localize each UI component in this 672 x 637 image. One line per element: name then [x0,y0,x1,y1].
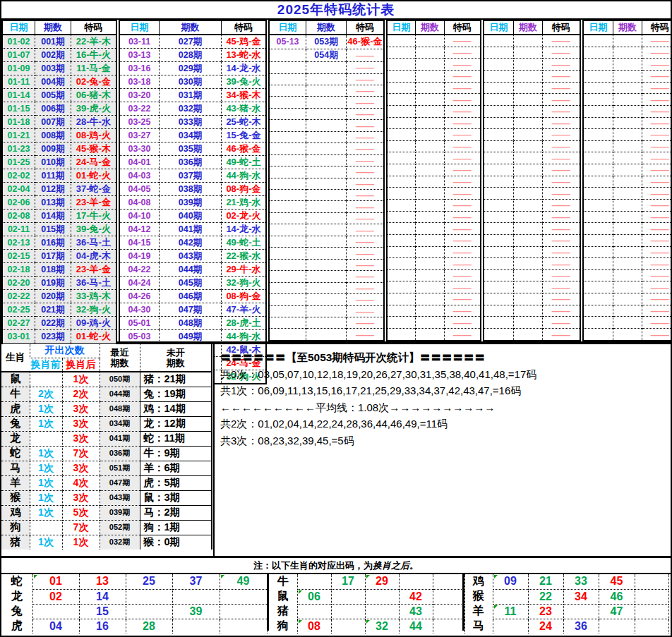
date-cell: 03-11 [119,35,160,49]
date-cell: 04-08 [119,196,160,210]
empty-cell [126,604,172,619]
recent-period-cell: 032期 [100,535,140,550]
date-cell [484,47,514,59]
period-cell: 041期 [160,223,222,236]
period-cell [514,293,543,305]
date-cell: 03-30 [119,142,160,156]
period-header: 期数 [613,20,642,35]
date-cell [269,166,306,178]
period-cell [514,94,543,106]
period-cell: 049期 [160,330,222,344]
empty-cell [365,604,399,619]
dash-cell: —— [444,117,481,129]
dash-cell: —— [642,35,672,47]
period-cell [613,269,642,281]
dash-cell: —— [642,59,672,71]
recent-period-cell: 044期 [100,387,140,401]
period-cell [306,73,347,85]
period-cell [613,47,642,59]
special-code-cell: 02-兔-金 [71,75,116,89]
special-code-cell: 08-狗-金 [221,290,266,303]
special-code-cell: 33-鸡-木 [71,290,116,303]
date-cell [484,305,514,317]
dash-cell: —— [444,317,481,329]
date-cell [387,258,416,270]
date-cell [269,85,306,96]
period-cell [416,47,445,59]
date-cell [387,129,416,141]
period-cell: 032期 [160,102,222,116]
before-change-count-cell: 1次 [30,416,62,431]
date-cell [387,223,416,235]
special-code-cell: 43-猪-水 [221,102,266,116]
zodiac-row-label: 牛 [269,574,297,589]
dash-cell: —— [346,143,384,154]
dash-cell: —— [642,129,672,141]
date-cell [583,117,613,129]
dash-cell: —— [542,129,580,141]
not-open-period-cell: 蛇：11期 [140,431,212,446]
dash-cell: —— [542,246,580,258]
date-cell [484,269,514,281]
period-cell [514,305,543,317]
period-cell [613,200,642,212]
special-code-cell: 24-马-金 [71,156,116,169]
period-cell [514,82,543,94]
date-cell [583,258,613,270]
period-cell [306,259,347,270]
date-cell [269,62,306,73]
after-change-count-cell: 1次 [62,372,100,387]
date-cell [484,200,514,212]
date-cell [583,188,613,200]
dash-cell: —— [542,188,580,200]
dash-cell: —— [642,317,672,329]
dash-cell: —— [346,120,384,131]
period-cell: 037期 [160,169,222,183]
date-cell: 04-24 [119,277,160,290]
period-cell [613,164,642,176]
empty-cell [635,619,668,633]
recent-period-cell: 039期 [100,505,140,520]
zodiac-name-cell: 牛 [1,387,30,401]
zodiac-number-cell: 06 [297,589,331,604]
date-cell [583,35,613,47]
period-cell [416,281,445,293]
dash-cell: —— [346,190,384,201]
period-cell [613,317,642,329]
period-cell [416,269,445,281]
not-open-period-cell: 牛：9期 [140,446,212,461]
period-cell [306,85,347,96]
zodiac-stats-table: 生肖 开出次数 最近 期数 未开 期数 换肖前 换肖后 鼠1次050期猪：21期… [1,344,212,550]
dash-cell: —— [642,152,672,164]
period-cell: 029期 [160,62,222,75]
date-cell [583,94,613,106]
dash-cell: —— [642,211,672,223]
dash-cell: —— [542,105,580,117]
after-change-count-cell: 3次 [62,431,100,446]
period-cell [416,70,445,82]
not-open-period-cell: 羊：6期 [140,461,212,475]
zodiac-number-cell: 29 [365,574,399,589]
zodiac-number-cell: 13 [79,574,126,589]
date-cell [583,211,613,223]
dash-cell: —— [542,152,580,164]
dash-cell: —— [642,94,672,106]
period-cell [416,164,445,176]
dash-cell: —— [642,269,672,281]
date-cell [269,294,306,305]
code-table-block-6: 日期期数特码——————————————————————————————————… [582,20,672,341]
period-cell: 015期 [35,223,71,236]
date-cell [583,223,613,235]
date-header: 日期 [583,20,613,35]
dash-cell: —— [444,188,481,200]
date-cell [387,47,416,59]
period-cell: 027期 [160,35,222,49]
dash-cell: —— [542,305,580,317]
period-cell [514,200,543,212]
dash-cell: —— [542,329,580,341]
zodiac-number-cell: 36 [563,619,599,633]
zodiac-number-cell: 46 [599,589,635,604]
date-cell [387,140,416,152]
empty-cell [433,604,464,619]
period-cell [514,188,543,200]
